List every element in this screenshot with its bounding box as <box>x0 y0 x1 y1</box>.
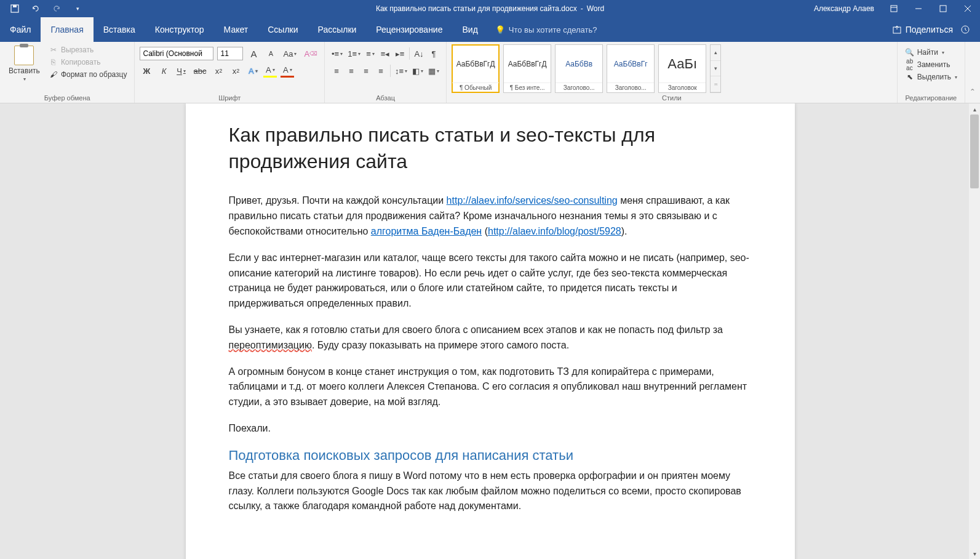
doc-paragraph[interactable]: Если у вас интернет-магазин или каталог,… <box>229 251 752 312</box>
shrink-font-button[interactable]: A <box>264 47 277 60</box>
tab-view[interactable]: Вид <box>452 17 487 42</box>
app-name: Word <box>587 4 604 13</box>
select-button[interactable]: ⬉Выделить▾ <box>902 71 960 82</box>
close-icon[interactable] <box>955 0 980 17</box>
group-label-clipboard: Буфер обмена <box>5 93 129 102</box>
sort-button[interactable]: A↓ <box>412 47 426 60</box>
align-left-button[interactable]: ≡ <box>330 64 343 78</box>
group-label-styles: Стили <box>452 93 891 102</box>
hyperlink[interactable]: алгоритма Баден-Баден <box>371 226 482 236</box>
tab-home[interactable]: Главная <box>41 17 93 42</box>
styles-nav-button[interactable]: ▾ <box>711 61 720 77</box>
multilevel-list-button[interactable]: ≡▾ <box>364 47 377 60</box>
increase-indent-button[interactable]: ▸≡ <box>393 47 407 60</box>
doc-title[interactable]: Как правильно писать статьи и seo-тексты… <box>229 122 752 175</box>
document-page[interactable]: Как правильно писать статьи и seo-тексты… <box>186 103 795 559</box>
cut-button[interactable]: ✂Вырезать <box>46 44 130 55</box>
hyperlink[interactable]: http://alaev.info/blog/post/5928 <box>488 226 621 236</box>
user-name[interactable]: Александр Алаев <box>807 4 882 13</box>
bullets-button[interactable]: •≡▾ <box>330 47 345 60</box>
shading-button[interactable]: ◧▾ <box>410 64 425 78</box>
style-card[interactable]: АаБбВвГгД¶ Обычный <box>452 44 500 93</box>
copy-button[interactable]: ⎘Копировать <box>46 57 130 68</box>
clear-formatting-button[interactable]: A⌫ <box>302 47 319 60</box>
group-label-font: Шрифт <box>140 93 319 102</box>
bold-button[interactable]: Ж <box>140 64 153 78</box>
styles-nav-button[interactable]: ▴ <box>711 45 720 61</box>
justify-button[interactable]: ≡ <box>374 64 388 78</box>
tab-references[interactable]: Ссылки <box>258 17 308 42</box>
window-title: Как правильно писать статьи для продвиже… <box>376 4 604 13</box>
cursor-icon: ⬉ <box>905 72 915 82</box>
find-button[interactable]: 🔍Найти▾ <box>902 47 960 58</box>
tab-mailings[interactable]: Рассылки <box>308 17 367 42</box>
align-right-button[interactable]: ≡ <box>359 64 373 78</box>
group-font: A A Aa▾ A⌫ Ж К Ч▾ abc x2 x2 A▾ A▾ A▾ <box>135 42 325 103</box>
line-spacing-button[interactable]: ↕≡▾ <box>393 64 409 78</box>
style-name: Заголово... <box>556 82 602 92</box>
style-card[interactable]: АаБбВвГгЗаголово... <box>607 44 655 93</box>
highlight-button[interactable]: A▾ <box>263 64 277 78</box>
font-color-button[interactable]: A▾ <box>281 64 294 78</box>
style-card[interactable]: АаБıЗаголовок <box>658 44 706 93</box>
svg-rect-1 <box>13 5 17 7</box>
font-name-select[interactable] <box>140 47 213 60</box>
redo-icon[interactable] <box>52 4 62 14</box>
minimize-icon[interactable] <box>906 0 931 17</box>
share-button[interactable]: Поделиться <box>892 25 953 34</box>
history-icon[interactable] <box>960 25 970 34</box>
style-name: ¶ Обычный <box>452 82 499 92</box>
borders-button[interactable]: ▦▾ <box>426 64 441 78</box>
scroll-thumb[interactable] <box>970 115 979 188</box>
scroll-up-icon[interactable]: ▴ <box>969 103 980 115</box>
tab-design[interactable]: Конструктор <box>145 17 214 42</box>
style-preview: АаБбВвГгД <box>452 45 499 82</box>
search-icon: 🔍 <box>905 47 915 57</box>
ribbon-display-options-icon[interactable] <box>882 0 906 17</box>
style-name: Заголовок <box>659 82 706 92</box>
maximize-icon[interactable] <box>931 0 955 17</box>
change-case-button[interactable]: Aa▾ <box>281 47 298 60</box>
spelling-error[interactable]: переоптимизацию <box>229 340 312 350</box>
styles-nav-button[interactable]: ⎓ <box>711 76 720 92</box>
doc-heading2[interactable]: Подготовка поисковых запросов для написа… <box>229 448 752 464</box>
underline-button[interactable]: Ч▾ <box>174 64 188 78</box>
collapse-ribbon-button[interactable]: ˆ <box>965 42 980 103</box>
replace-button[interactable]: abacЗаменить <box>902 59 960 70</box>
numbering-button[interactable]: 1≡▾ <box>346 47 362 60</box>
paste-button[interactable]: Вставить ▾ <box>5 44 44 83</box>
text-effects-button[interactable]: A▾ <box>246 64 260 78</box>
superscript-button[interactable]: x2 <box>229 64 242 78</box>
document-area: Как правильно писать статьи и seo-тексты… <box>0 103 980 559</box>
tab-layout[interactable]: Макет <box>214 17 258 42</box>
save-icon[interactable] <box>10 4 20 14</box>
vertical-scrollbar[interactable]: ▴ ▾ <box>969 103 980 559</box>
doc-paragraph[interactable]: Все статьи для своего блога я пишу в Wor… <box>229 469 752 514</box>
show-marks-button[interactable]: ¶ <box>427 47 440 60</box>
align-center-button[interactable]: ≡ <box>345 64 358 78</box>
scroll-down-icon[interactable]: ▾ <box>969 548 980 559</box>
scissors-icon: ✂ <box>49 45 58 55</box>
decrease-indent-button[interactable]: ≡◂ <box>378 47 392 60</box>
format-painter-button[interactable]: 🖌Формат по образцу <box>46 69 130 80</box>
doc-paragraph[interactable]: Привет, друзья. Почти на каждой консульт… <box>229 193 752 239</box>
tell-me-search[interactable]: 💡 Что вы хотите сделать? <box>488 17 605 42</box>
style-card[interactable]: АаБбВвЗаголово... <box>555 44 603 93</box>
style-card[interactable]: АаБбВвГгД¶ Без инте... <box>503 44 551 93</box>
hyperlink[interactable]: http://alaev.info/services/seo-consultin… <box>447 195 618 206</box>
font-size-select[interactable] <box>217 47 243 60</box>
strikethrough-button[interactable]: abc <box>191 64 208 78</box>
undo-icon[interactable] <box>31 4 41 14</box>
doc-paragraph[interactable]: Вы узнаете, как я готовлю статьи для сво… <box>229 323 752 353</box>
subscript-button[interactable]: x2 <box>212 64 225 78</box>
doc-paragraph[interactable]: Поехали. <box>229 421 752 436</box>
tab-insert[interactable]: Вставка <box>94 17 145 42</box>
italic-button[interactable]: К <box>157 64 170 78</box>
tab-review[interactable]: Рецензирование <box>366 17 452 42</box>
tab-file[interactable]: Файл <box>0 17 41 42</box>
doc-paragraph[interactable]: А огромным бонусом в конце станет инстру… <box>229 364 752 410</box>
style-name: Заголово... <box>607 82 654 92</box>
qat-dropdown-icon[interactable]: ▾ <box>73 4 82 14</box>
group-label-paragraph: Абзац <box>330 93 441 102</box>
grow-font-button[interactable]: A <box>247 47 260 60</box>
